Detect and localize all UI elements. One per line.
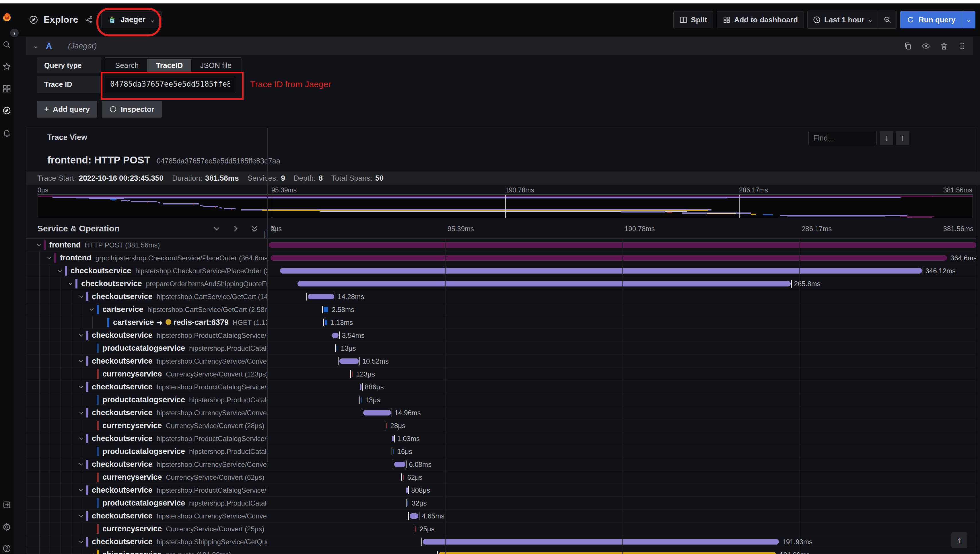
span-service-cell[interactable]: checkoutserviceprepareOrderItemsAndShipp… bbox=[26, 277, 268, 290]
span-row[interactable]: frontendHTTP POST (381.56ms) bbox=[26, 239, 976, 252]
span-duration-bar[interactable] bbox=[439, 552, 776, 554]
span-duration-bar[interactable] bbox=[280, 268, 922, 274]
span-timeline-cell[interactable] bbox=[268, 239, 976, 252]
span-service-cell[interactable]: productcatalogservicehipstershop.Product… bbox=[26, 342, 268, 355]
time-range-button[interactable]: Last 1 hour ⌄ bbox=[808, 11, 878, 29]
span-service-cell[interactable]: currencyserviceCurrencyService/Convert (… bbox=[26, 419, 268, 432]
span-service-cell[interactable]: checkoutservicehipstershop.CartService/G… bbox=[26, 290, 268, 303]
span-duration-bar[interactable] bbox=[403, 474, 404, 480]
span-timeline-cell[interactable]: 1.13ms bbox=[268, 316, 976, 329]
drag-handle-icon[interactable] bbox=[958, 42, 966, 50]
share-icon[interactable] bbox=[84, 16, 93, 24]
span-collapse-chevron-icon[interactable] bbox=[78, 513, 85, 520]
span-timeline-cell[interactable]: 16μs bbox=[268, 445, 976, 458]
span-duration-bar[interactable] bbox=[269, 242, 976, 248]
span-row[interactable]: productcatalogservicehipstershop.Product… bbox=[26, 445, 976, 458]
span-duration-bar[interactable] bbox=[360, 384, 362, 390]
span-timeline-cell[interactable]: 13μs bbox=[268, 393, 976, 406]
span-duration-bar[interactable] bbox=[339, 358, 359, 364]
span-duration-bar[interactable] bbox=[407, 500, 408, 506]
tab-json-file[interactable]: JSON file bbox=[191, 59, 240, 72]
span-collapse-chevron-icon[interactable] bbox=[78, 409, 85, 416]
span-collapse-chevron-icon[interactable] bbox=[78, 435, 85, 442]
span-row[interactable]: productcatalogservicehipstershop.Product… bbox=[26, 497, 976, 509]
span-service-cell[interactable]: checkoutservicehipstershop.CurrencyServi… bbox=[26, 406, 268, 419]
span-timeline-cell[interactable]: 1.03ms bbox=[268, 432, 976, 445]
span-duration-bar[interactable] bbox=[394, 462, 405, 467]
span-duration-bar[interactable] bbox=[415, 526, 416, 532]
span-duration-bar[interactable] bbox=[336, 345, 337, 351]
find-prev-button[interactable]: ↑ bbox=[896, 131, 910, 145]
add-query-button[interactable]: + Add query bbox=[37, 101, 97, 118]
span-service-cell[interactable]: shippingserviceget-quote (181.98ms) bbox=[26, 548, 268, 554]
span-row[interactable]: shippingserviceget-quote (181.98ms)181.9… bbox=[26, 548, 976, 554]
span-collapse-chevron-icon[interactable] bbox=[57, 267, 64, 274]
span-service-cell[interactable]: productcatalogservicehipstershop.Product… bbox=[26, 497, 268, 509]
span-timeline-cell[interactable]: 123μs bbox=[268, 368, 976, 380]
span-duration-bar[interactable] bbox=[308, 294, 334, 299]
add-to-dashboard-button[interactable]: Add to dashboard bbox=[717, 11, 804, 29]
query-row-header[interactable]: ⌄ A (Jaeger) bbox=[26, 37, 973, 55]
span-duration-bar[interactable] bbox=[352, 371, 352, 377]
collapse-one-icon[interactable] bbox=[212, 224, 221, 233]
span-service-cell[interactable]: currencyserviceCurrencyService/Convert (… bbox=[26, 368, 268, 380]
span-timeline-cell[interactable]: 32μs bbox=[268, 497, 976, 509]
span-collapse-chevron-icon[interactable] bbox=[78, 358, 85, 365]
span-service-cell[interactable]: cartservice➜redis-cart:6379HGET (1.13ms) bbox=[26, 316, 268, 329]
span-service-cell[interactable]: cartservicehipstershop.CartService/GetCa… bbox=[26, 303, 268, 316]
sign-in-icon[interactable] bbox=[2, 500, 11, 509]
duplicate-query-icon[interactable] bbox=[904, 42, 912, 50]
span-duration-bar[interactable] bbox=[332, 333, 338, 338]
span-duration-bar[interactable] bbox=[410, 513, 418, 519]
grafana-logo-icon[interactable] bbox=[2, 12, 11, 22]
span-service-cell[interactable]: checkoutservicehipstershop.ProductCatalo… bbox=[26, 484, 268, 497]
span-duration-bar[interactable] bbox=[323, 307, 328, 312]
span-row[interactable]: currencyserviceCurrencyService/Convert (… bbox=[26, 471, 976, 484]
span-service-cell[interactable]: checkoutservicehipstershop.ProductCatalo… bbox=[26, 329, 268, 342]
find-next-button[interactable]: ↓ bbox=[880, 131, 893, 145]
span-duration-bar[interactable] bbox=[423, 539, 779, 544]
span-row[interactable]: currencyserviceCurrencyService/Convert (… bbox=[26, 368, 976, 380]
tab-search[interactable]: Search bbox=[107, 59, 147, 72]
span-row[interactable]: checkoutservicehipstershop.ProductCatalo… bbox=[26, 329, 976, 342]
span-row[interactable]: checkoutservicehipstershop.CurrencyServi… bbox=[26, 355, 976, 368]
run-query-button[interactable]: Run query ⌄ bbox=[900, 11, 975, 29]
trace-id-input[interactable] bbox=[105, 76, 235, 92]
explore-compass-icon[interactable] bbox=[2, 106, 11, 115]
span-duration-bar[interactable] bbox=[386, 423, 387, 428]
span-row[interactable]: productcatalogservicehipstershop.Product… bbox=[26, 393, 976, 406]
span-duration-bar[interactable] bbox=[363, 410, 391, 416]
alerting-bell-icon[interactable] bbox=[2, 129, 11, 137]
span-timeline-cell[interactable]: 3.54ms bbox=[268, 329, 976, 342]
split-button[interactable]: Split bbox=[673, 11, 713, 29]
delete-query-trash-icon[interactable] bbox=[940, 42, 948, 50]
find-input[interactable] bbox=[808, 131, 877, 145]
span-row[interactable]: productcatalogservicehipstershop.Product… bbox=[26, 342, 976, 355]
span-collapse-chevron-icon[interactable] bbox=[35, 242, 43, 248]
span-row[interactable]: checkoutservicehipstershop.CartService/G… bbox=[26, 290, 976, 303]
inspector-button[interactable]: Inspector bbox=[102, 101, 162, 118]
span-timeline-cell[interactable]: 808μs bbox=[268, 484, 976, 497]
span-timeline-cell[interactable]: 364.6ms bbox=[268, 252, 976, 264]
span-timeline-cell[interactable]: 10.52ms bbox=[268, 355, 976, 368]
toggle-visibility-eye-icon[interactable] bbox=[922, 42, 930, 50]
span-service-cell[interactable]: checkoutservicehipstershop.CurrencyServi… bbox=[26, 458, 268, 471]
span-service-cell[interactable]: currencyserviceCurrencyService/Convert (… bbox=[26, 471, 268, 484]
span-row[interactable]: checkoutservicehipstershop.CurrencyServi… bbox=[26, 458, 976, 471]
span-timeline-cell[interactable]: 25μs bbox=[268, 522, 976, 535]
span-service-cell[interactable]: currencyserviceCurrencyService/Convert (… bbox=[26, 522, 268, 535]
span-duration-bar[interactable] bbox=[406, 487, 408, 493]
span-row[interactable]: checkoutserviceprepareOrderItemsAndShipp… bbox=[26, 277, 976, 290]
span-timeline-cell[interactable]: 886μs bbox=[268, 380, 976, 393]
span-row[interactable]: checkoutservicehipstershop.ProductCatalo… bbox=[26, 484, 976, 497]
datasource-picker[interactable]: Jaeger ⌄ bbox=[101, 11, 162, 28]
span-duration-bar[interactable] bbox=[393, 449, 394, 454]
sidebar-expand-button[interactable]: › bbox=[10, 28, 19, 38]
span-duration-bar[interactable] bbox=[325, 320, 327, 325]
collapse-all-icon[interactable] bbox=[250, 224, 259, 233]
run-query-caret[interactable]: ⌄ bbox=[962, 11, 975, 29]
span-collapse-chevron-icon[interactable] bbox=[89, 306, 96, 313]
span-service-cell[interactable]: checkoutservicehipstershop.CheckoutServi… bbox=[26, 264, 268, 277]
span-timeline-cell[interactable]: 181.98ms bbox=[268, 548, 976, 554]
span-service-cell[interactable]: checkoutservicehipstershop.ShippingServi… bbox=[26, 535, 268, 548]
